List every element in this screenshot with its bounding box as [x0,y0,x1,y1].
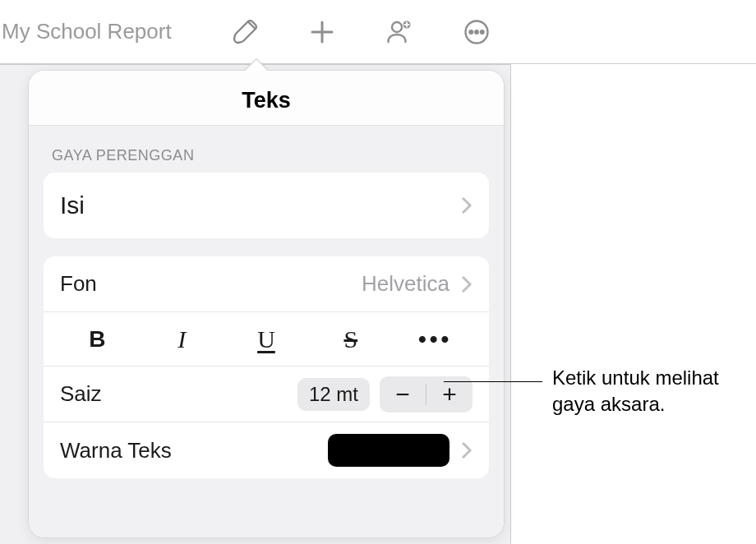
size-decrease-button[interactable]: − [380,376,426,413]
insert-plus-icon[interactable] [306,16,339,48]
paragraph-style-value: Isi [60,191,85,219]
bold-button[interactable]: B [55,326,140,353]
italic-button[interactable]: I [140,325,224,353]
text-color-label: Warna Teks [60,438,172,463]
svg-point-9 [481,30,484,34]
more-options-icon[interactable] [460,16,493,48]
paragraph-style-card: Isi [44,173,489,238]
size-label: Saiz [60,381,102,407]
popover-title: Teks [29,71,504,126]
paragraph-style-section-label: GAYA PERENGGAN [29,126,504,173]
svg-point-2 [392,22,402,32]
text-color-row[interactable]: Warna Teks [44,422,489,478]
font-row[interactable]: Fon Helvetica [44,256,489,312]
document-title: My School Report [0,19,197,44]
popover-caret [243,58,268,71]
chevron-right-icon [461,196,472,214]
format-brush-icon[interactable] [228,16,261,48]
font-card: Fon Helvetica B I U S ••• Saiz 12 mt [44,256,489,478]
toolbar: My School Report [0,0,756,64]
size-row: Saiz 12 mt − + [44,367,489,422]
format-popover: Teks GAYA PERENGGAN Isi Fon Helvetica [28,70,505,538]
font-value: Helvetica [362,271,449,297]
callout-text: Ketik untuk melihat gaya aksara. [552,365,756,418]
underline-button[interactable]: U [224,325,309,353]
strikethrough-button[interactable]: S [308,325,393,353]
text-style-row: B I U S ••• [44,312,489,367]
text-color-swatch[interactable] [328,434,449,467]
chevron-right-icon [461,275,472,293]
more-style-button[interactable]: ••• [393,326,477,353]
font-label: Fon [60,271,97,297]
paragraph-style-row[interactable]: Isi [44,173,489,238]
svg-point-8 [475,30,478,34]
collaborate-icon[interactable] [383,16,416,48]
size-value[interactable]: 12 mt [297,378,370,411]
callout-leader-line [444,381,542,382]
svg-point-7 [469,30,472,34]
chevron-right-icon [461,441,472,459]
toolbar-icons [228,16,493,48]
